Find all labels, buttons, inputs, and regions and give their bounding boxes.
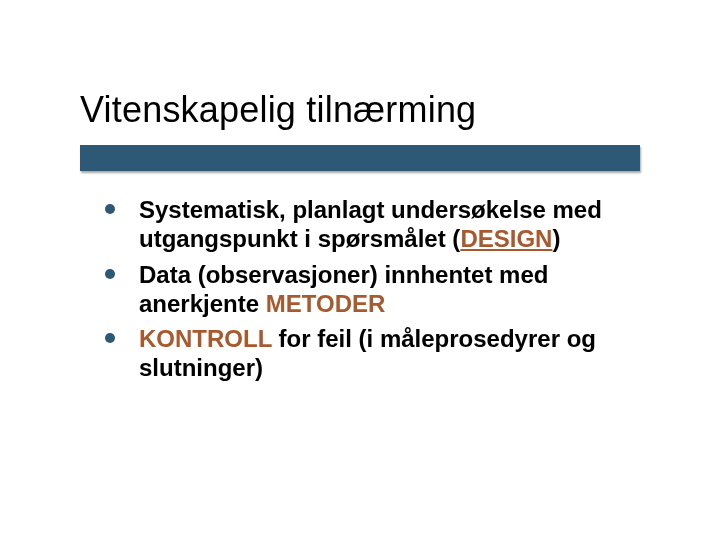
list-item: Systematisk, planlagt undersøkelse med u… <box>105 195 665 254</box>
bullet-text: Data (observasjoner) innhentet med anerk… <box>139 260 665 319</box>
list-item: KONTROLL for feil (i måleprosedyrer og s… <box>105 324 665 383</box>
bullet-text: Systematisk, planlagt undersøkelse med u… <box>139 195 665 254</box>
bullet-list: Systematisk, planlagt undersøkelse med u… <box>105 195 665 389</box>
list-item: Data (observasjoner) innhentet med anerk… <box>105 260 665 319</box>
bullet-dot-icon <box>105 269 115 279</box>
bullet-text: KONTROLL for feil (i måleprosedyrer og s… <box>139 324 665 383</box>
slide: Vitenskapelig tilnærming Systematisk, pl… <box>0 0 720 540</box>
bullet-emph: KONTROLL <box>139 325 272 352</box>
bullet-dot-icon <box>105 333 115 343</box>
title-rule <box>80 145 640 171</box>
bullet-dot-icon <box>105 204 115 214</box>
bullet-post: ) <box>552 225 560 252</box>
bullet-emph: DESIGN <box>460 225 552 252</box>
bullet-emph: METODER <box>266 290 386 317</box>
title-wrap: Vitenskapelig tilnærming <box>80 90 476 130</box>
slide-title: Vitenskapelig tilnærming <box>80 90 476 130</box>
